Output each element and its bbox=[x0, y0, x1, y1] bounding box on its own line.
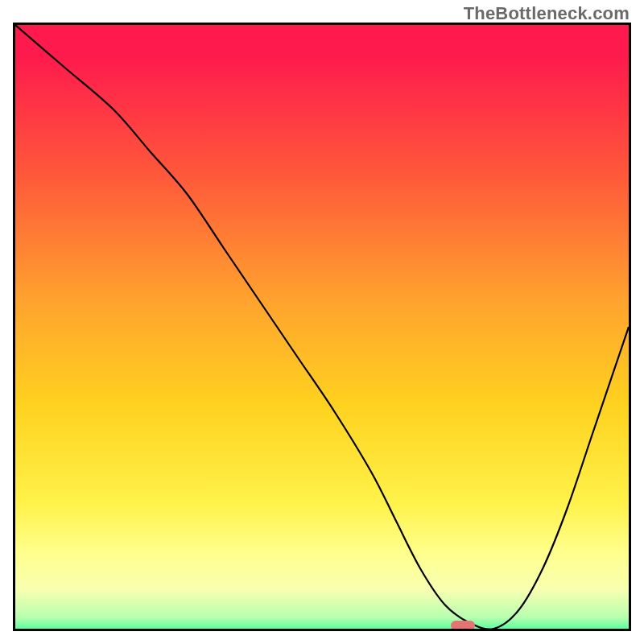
plot-area bbox=[13, 23, 631, 631]
bottleneck-curve bbox=[15, 25, 629, 629]
watermark-text: TheBottleneck.com bbox=[464, 3, 630, 24]
optimal-marker bbox=[451, 621, 475, 630]
chart-frame bbox=[13, 23, 631, 631]
